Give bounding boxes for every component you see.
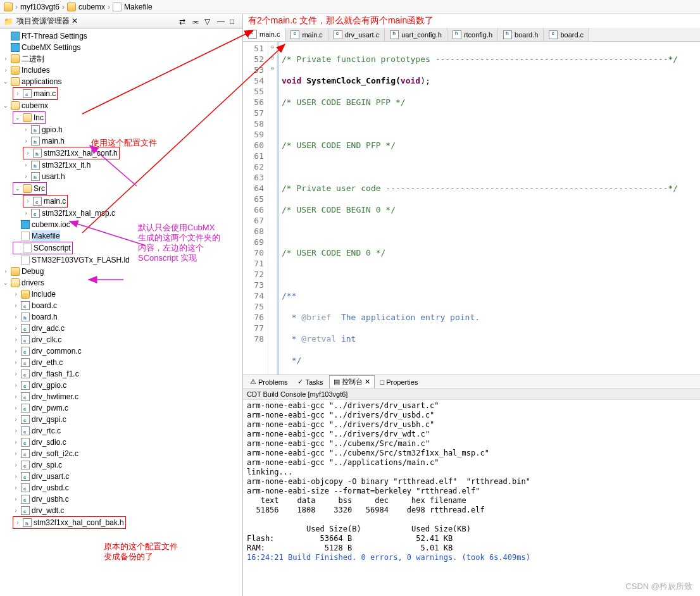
tree-item[interactable]: drv_usart.c (32, 471, 69, 482)
tree-item[interactable]: drv_qspi.c (32, 414, 66, 425)
h-file-icon (31, 172, 40, 181)
folder-icon (21, 290, 30, 299)
tree-item[interactable]: include (32, 289, 56, 300)
tree-item[interactable]: stm32f1xx_it.h (42, 159, 91, 171)
tree-item[interactable]: usart.h (42, 171, 65, 182)
tree-item[interactable]: Includes (22, 65, 50, 76)
max-icon[interactable]: □ (230, 17, 239, 26)
tab-properties[interactable]: □ Properties (376, 376, 423, 388)
c-file-icon (21, 335, 30, 344)
tab-board-h[interactable]: board.h (498, 28, 544, 41)
tree-item[interactable]: stm32f1xx_hal_msp.c (42, 208, 115, 219)
mx-icon (11, 43, 20, 52)
min-icon[interactable]: — (217, 17, 226, 26)
tree-item[interactable]: drv_soft_i2c.c (32, 448, 78, 459)
tree-item[interactable]: drv_adc.c (32, 323, 65, 334)
c-file-icon (21, 461, 30, 469)
c-file-icon (21, 358, 30, 367)
tree-item[interactable]: drv_hwtimer.c (32, 391, 78, 402)
tree-item[interactable]: gpio.h (42, 124, 63, 135)
c-file-icon (21, 347, 30, 356)
file-icon (113, 3, 122, 11)
h-file-icon (33, 149, 42, 158)
watermark: CSDN @矜辰所致 (625, 581, 692, 592)
fold-gutter[interactable]: ⊖⊖⊖ (268, 42, 277, 375)
tree-item[interactable]: main.h (42, 135, 65, 147)
annotation: 原本的这个配置文件 变成备份的了 (104, 542, 178, 562)
c-file-icon (334, 30, 342, 39)
tree-item[interactable]: drv_usbd.c (32, 482, 69, 494)
tree-item[interactable]: drv_wdt.c (32, 505, 64, 516)
tab-drv-usart[interactable]: drv_usart.c (328, 28, 385, 41)
tab-problems[interactable]: ⚠ Problems (246, 376, 292, 388)
tree-item[interactable]: RT-Thread Settings (22, 30, 87, 42)
tab-rtconfig[interactable]: rtconfig.h (447, 28, 498, 41)
tree-item[interactable]: drv_pwm.c (32, 402, 68, 414)
file-tree[interactable]: RT-Thread Settings CubeMX Settings ›二进制 … (0, 29, 242, 596)
tree-item[interactable]: drv_flash_f1.c (32, 368, 79, 380)
bottom-panel: ⚠ Problems ✓ Tasks ▤ 控制台 ✕ □ Properties … (243, 375, 700, 596)
folder-icon (67, 3, 76, 11)
tree-item[interactable]: cubemx (22, 100, 48, 111)
crumb[interactable]: myf103vgt6 (20, 3, 59, 11)
tree-item[interactable]: stm32f1xx_hal_conf.h (44, 147, 118, 159)
tree-item[interactable]: drv_common.c (32, 345, 82, 357)
console-output[interactable]: arm-none-eabi-gcc "../drivers/drv_usart.… (243, 400, 700, 596)
tree-item[interactable]: STM32F103VGTx_FLASH.ld (32, 254, 130, 266)
c-file-icon (31, 209, 40, 218)
menu-icon[interactable]: ▽ (204, 17, 213, 26)
h-file-icon (23, 518, 32, 527)
tree-item[interactable]: drv_eth.c (32, 357, 63, 368)
tree-item[interactable]: main.c (34, 88, 56, 99)
tree-item[interactable]: applications (22, 76, 61, 87)
tree-item[interactable]: drv_usbh.c (32, 494, 69, 505)
tree-item[interactable]: drivers (22, 277, 44, 289)
tree-item[interactable]: Inc (34, 112, 44, 123)
project-explorer: 📁 项目资源管理器 ✕ ⇄ ⫘ ▽ — □ RT-Thread Settings… (0, 14, 243, 596)
console-header: CDT Build Console [myf103vgt6] (243, 389, 700, 400)
tab-board-c[interactable]: board.c (544, 28, 589, 41)
explorer-icon: 📁 (4, 17, 13, 26)
tree-item[interactable]: Src (34, 183, 45, 194)
tree-item[interactable]: drv_rtc.c (32, 425, 61, 437)
h-file-icon (503, 30, 512, 39)
tab-uart-config[interactable]: uart_config.h (385, 28, 447, 41)
tree-item[interactable]: main.c (44, 196, 66, 207)
tab-main-c-2[interactable]: main.c (285, 28, 328, 41)
tab-tasks[interactable]: ✓ Tasks (293, 376, 327, 388)
tree-item[interactable]: drv_gpio.c (32, 380, 66, 391)
panel-title: 项目资源管理器 ✕ (16, 16, 175, 27)
folder-icon (4, 3, 13, 11)
tree-item[interactable]: SConscript (34, 242, 71, 254)
tree-item[interactable]: cubemx.ioc (32, 219, 70, 230)
c-file-icon (21, 392, 30, 401)
tree-item[interactable]: drv_sdio.c (32, 437, 66, 448)
tree-item[interactable]: Debug (22, 266, 44, 277)
tree-item[interactable]: board.c (32, 300, 57, 311)
h-file-icon (31, 137, 40, 146)
crumb[interactable]: cubemx (78, 3, 105, 11)
editor-tabs: main.c main.c drv_usart.c uart_config.h … (243, 28, 700, 42)
tree-item[interactable]: Makefile (32, 230, 60, 242)
tab-console[interactable]: ▤ 控制台 ✕ (329, 375, 375, 388)
folder-icon (11, 66, 20, 75)
annotation: 有2个main.c 文件，那么就会有两个main函数了 (243, 14, 700, 28)
c-file-icon (21, 404, 30, 413)
h-file-icon (21, 313, 30, 321)
c-file-icon (21, 472, 30, 481)
crumb[interactable]: Makefile (124, 3, 153, 11)
tree-item[interactable]: board.h (32, 311, 58, 323)
code-editor[interactable]: 5152535455565758596061626364656667686970… (243, 42, 700, 375)
line-gutter: 5152535455565758596061626364656667686970… (243, 42, 268, 375)
tree-item[interactable]: stm32f1xx_hal_conf_bak.h (34, 517, 124, 528)
tree-item[interactable]: CubeMX Settings (22, 42, 80, 53)
collapse-icon[interactable]: ⇄ (179, 17, 188, 26)
tree-item[interactable]: 二进制 (22, 53, 44, 65)
h-file-icon (31, 161, 40, 170)
link-icon[interactable]: ⫘ (192, 17, 201, 26)
code-area[interactable]: /* Private function prototypes ---------… (277, 42, 700, 375)
tab-main-c[interactable]: main.c (243, 28, 285, 41)
tree-item[interactable]: drv_spi.c (32, 459, 62, 471)
folder-icon (11, 278, 20, 287)
tree-item[interactable]: drv_clk.c (32, 334, 61, 345)
